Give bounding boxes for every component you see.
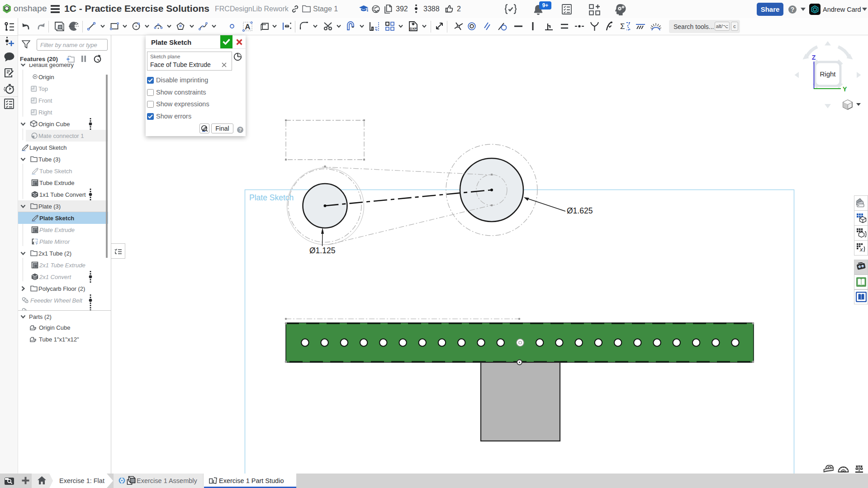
svg-text:Ø1.625: Ø1.625 (567, 206, 593, 215)
svg-text:A: A (245, 23, 250, 31)
svg-text:Right: Right (820, 70, 836, 78)
svg-text:Σ: Σ (620, 22, 625, 31)
svg-text:Ø1.125: Ø1.125 (309, 246, 335, 255)
svg-text:Plate Sketch: Plate Sketch (249, 193, 294, 202)
svg-text:Z: Z (812, 54, 816, 61)
svg-text:Y: Y (843, 85, 847, 93)
svg-text:DXF: DXF (410, 27, 417, 31)
svg-text:x: x (859, 246, 863, 253)
